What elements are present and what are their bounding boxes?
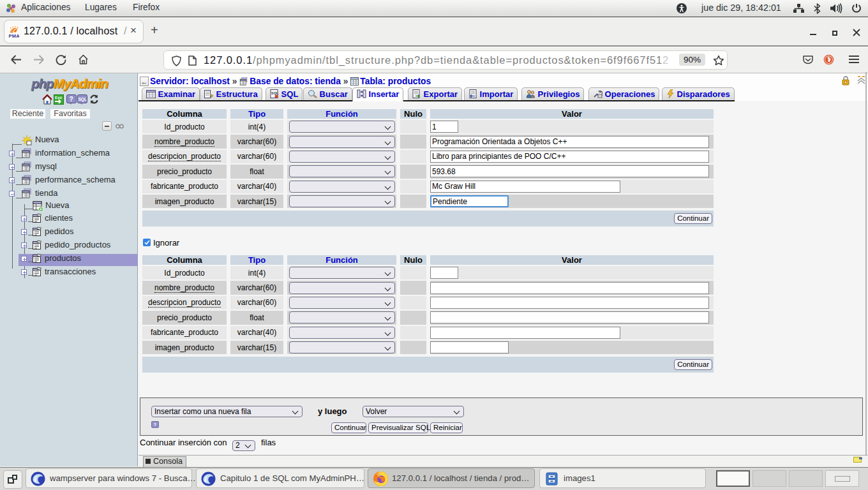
svg-text:?: ? (153, 422, 156, 427)
svg-text:?: ? (70, 96, 73, 103)
svg-text:SQL: SQL (79, 97, 87, 102)
svg-text:PMA: PMA (9, 33, 20, 38)
svg-text:Exit: Exit (55, 96, 62, 100)
svg-text:SQL: SQL (271, 91, 279, 95)
